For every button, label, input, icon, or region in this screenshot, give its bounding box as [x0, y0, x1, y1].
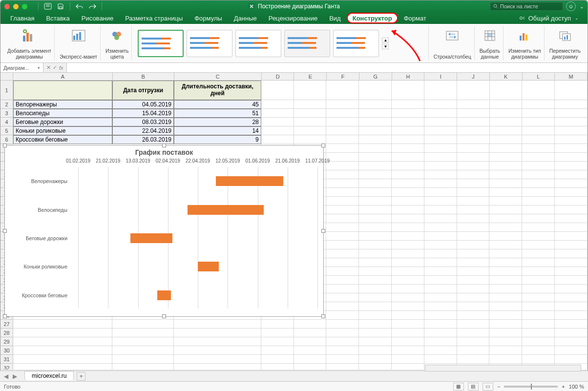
feedback-icon[interactable]: ☺: [566, 1, 576, 11]
chart-object[interactable]: График поставок 01.02.201921.02.201913.0…: [4, 145, 324, 317]
svg-rect-16: [446, 31, 458, 40]
select-data-icon: [484, 27, 496, 44]
change-chart-type[interactable]: Изменить тип диаграммы: [505, 26, 545, 61]
fx-icon[interactable]: fx: [59, 65, 63, 71]
svg-rect-25: [567, 35, 568, 40]
status-bar: Готово ▦ ▤ ▭ − + 100 %: [0, 381, 588, 391]
formula-input[interactable]: [67, 63, 588, 72]
search-icon: [493, 4, 498, 9]
column-headers[interactable]: ABCDEFGHIJKLM: [13, 73, 588, 81]
minimize-button[interactable]: [13, 4, 19, 9]
change-type-icon: [518, 27, 531, 44]
select-data[interactable]: Выбрать данные: [477, 26, 504, 61]
switch-icon: [445, 27, 459, 44]
svg-rect-18: [488, 34, 492, 37]
change-colors[interactable]: Изменить цвета: [103, 26, 132, 61]
excel-icon: [248, 3, 255, 10]
svg-rect-1: [59, 7, 62, 9]
tab-formulas[interactable]: Формулы: [189, 12, 228, 24]
tab-home[interactable]: Главная: [4, 12, 40, 24]
close-button[interactable]: [4, 4, 10, 9]
svg-rect-20: [523, 33, 525, 41]
zoom-level[interactable]: 100 %: [569, 384, 584, 390]
sheet-tab[interactable]: microexcel.ru: [24, 371, 74, 380]
add-sheet-button[interactable]: +: [77, 372, 85, 381]
tab-view[interactable]: Вид: [323, 12, 347, 24]
quick-layout[interactable]: Экспресс-макет: [57, 26, 101, 61]
svg-rect-6: [26, 33, 29, 41]
tab-design[interactable]: Конструктор: [347, 13, 398, 23]
chart-plot-area[interactable]: 01.02.201921.02.201913.03.201902.04.2019…: [78, 167, 316, 309]
chart-style-2[interactable]: [187, 30, 232, 57]
view-page-layout[interactable]: ▤: [468, 383, 479, 391]
quick-layout-icon: [72, 27, 85, 44]
tab-layout[interactable]: Разметка страницы: [119, 12, 189, 24]
worksheet-grid[interactable]: ABCDEFGHIJKLM 12345678910111213141516171…: [0, 73, 588, 370]
chart-style-3[interactable]: [235, 30, 281, 57]
undo-icon[interactable]: [74, 1, 85, 11]
zoom-slider[interactable]: [504, 386, 558, 388]
svg-rect-19: [520, 36, 522, 41]
gallery-scroll[interactable]: ▲ ▼: [382, 38, 389, 49]
quick-access-toolbar: [36, 1, 104, 11]
enter-icon[interactable]: ✓: [53, 64, 57, 71]
switch-row-col[interactable]: Строка/столбец: [431, 26, 475, 61]
tab-review[interactable]: Рецензирование: [263, 12, 323, 24]
ribbon-tabs: Главная Вставка Рисование Разметка стран…: [0, 12, 588, 24]
add-element-icon: [22, 27, 37, 44]
svg-point-3: [494, 4, 497, 7]
zoom-out[interactable]: −: [497, 384, 500, 390]
svg-rect-21: [525, 35, 527, 41]
share-button[interactable]: Общий доступ ⌄: [514, 15, 584, 22]
formula-bar: Диаграм...▾ ✕ ✓ fx: [0, 63, 588, 73]
view-normal[interactable]: ▦: [453, 383, 464, 391]
chevron-down-icon: ⌄: [575, 16, 579, 21]
svg-point-4: [520, 17, 522, 20]
tab-format[interactable]: Формат: [398, 12, 432, 24]
svg-rect-24: [564, 37, 566, 40]
chart-style-4[interactable]: [284, 30, 330, 57]
status-ready: Готово: [4, 384, 21, 390]
horizontal-scrollbar[interactable]: [425, 365, 581, 371]
sheet-nav-prev[interactable]: ◀: [4, 373, 8, 380]
search-input[interactable]: Поиск на листе: [490, 2, 563, 11]
chart-style-1[interactable]: [138, 30, 184, 57]
save-icon[interactable]: [55, 1, 66, 11]
ribbon: Добавить элемент диаграммы Экспресс-маке…: [0, 24, 588, 63]
autosave-icon[interactable]: [42, 1, 53, 11]
title-text: Построение диаграммы Ганта: [258, 3, 340, 10]
svg-rect-11: [76, 34, 78, 40]
tab-data[interactable]: Данные: [228, 12, 263, 24]
svg-point-15: [114, 35, 119, 40]
chart-style-5[interactable]: [333, 30, 379, 57]
add-chart-element[interactable]: Добавить элемент диаграммы: [4, 26, 55, 61]
chart-styles-gallery[interactable]: ▲ ▼: [134, 26, 428, 61]
maximize-button[interactable]: [22, 4, 27, 9]
window-controls: [4, 4, 27, 9]
colors-icon: [110, 27, 124, 44]
svg-rect-12: [79, 32, 81, 40]
chevron-down-icon[interactable]: ⌄: [580, 4, 584, 9]
tab-insert[interactable]: Вставка: [40, 12, 75, 24]
cancel-icon[interactable]: ✕: [46, 64, 51, 71]
tab-draw[interactable]: Рисование: [76, 12, 119, 24]
sheet-nav-next[interactable]: ▶: [13, 373, 17, 380]
zoom-in[interactable]: +: [562, 384, 565, 390]
svg-rect-10: [73, 36, 75, 40]
move-chart-icon: [559, 27, 571, 44]
redo-icon[interactable]: [87, 1, 98, 11]
svg-rect-7: [30, 34, 32, 41]
sheet-tab-bar: ◀ ▶ microexcel.ru +: [0, 370, 588, 381]
svg-rect-5: [23, 36, 25, 41]
name-box[interactable]: Диаграм...▾: [0, 63, 43, 72]
view-page-break[interactable]: ▭: [483, 383, 493, 391]
select-all-corner[interactable]: [0, 73, 13, 81]
titlebar: Построение диаграммы Ганта Поиск на лист…: [0, 0, 588, 12]
window-title: Построение диаграммы Ганта: [248, 3, 340, 10]
share-icon: [519, 15, 526, 21]
move-chart[interactable]: Переместить диаграмму: [546, 26, 584, 61]
